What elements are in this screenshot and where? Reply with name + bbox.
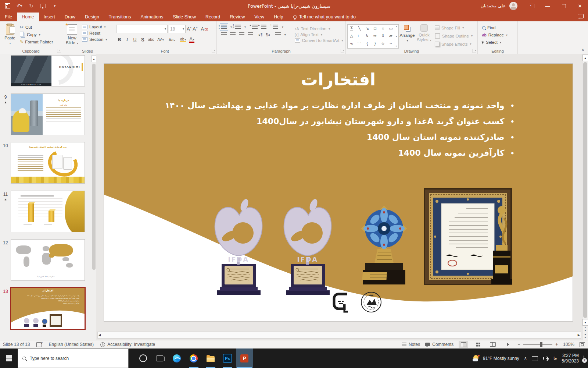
convert-to-smartart-button[interactable]: Convert to SmartArt▾ (295, 38, 343, 43)
taskbar-search-input[interactable]: Type here to search (18, 348, 129, 368)
replace-button[interactable]: abReplace▾ (482, 33, 514, 37)
tab-design[interactable]: Design (80, 13, 104, 21)
close-button[interactable]: ✕ (572, 0, 588, 12)
thumbnail-slide-11[interactable] (11, 191, 85, 232)
tab-draw[interactable]: Draw (60, 13, 80, 21)
highlight-color-button[interactable]: ab▾ (180, 37, 186, 42)
start-slideshow-icon[interactable] (40, 3, 46, 9)
format-painter-button[interactable]: ✎Format Painter (20, 39, 53, 44)
drawing-dialog-launcher[interactable] (473, 49, 476, 53)
slide-bullet-list[interactable]: واحد نمونه و منتخب استان از طرف اداره نظ… (165, 100, 514, 163)
tab-record[interactable]: Record (201, 13, 225, 21)
volume-icon[interactable] (543, 356, 549, 361)
font-size-combo[interactable]: 18▾ (169, 25, 186, 33)
start-button[interactable] (0, 348, 18, 368)
undo-icon[interactable]: ↶▾ (16, 3, 23, 9)
previous-slide-icon[interactable]: ⏶⏶ (583, 326, 588, 332)
notes-button[interactable]: Notes (402, 342, 420, 347)
ribbon-display-options-button[interactable] (523, 0, 539, 12)
cut-button[interactable]: ✂Cut (20, 25, 53, 30)
scrollbar-thumb[interactable] (583, 62, 587, 318)
zoom-in-icon[interactable]: + (555, 342, 558, 347)
cortana-button[interactable] (135, 348, 151, 368)
change-case-button[interactable]: Aa▾ (169, 38, 175, 42)
avatar[interactable] (509, 2, 517, 10)
underline-button[interactable]: U (133, 37, 137, 42)
language-indicator[interactable]: English (United States) (49, 342, 94, 347)
tab-help[interactable]: Help (269, 13, 288, 21)
justify-button[interactable] (248, 32, 253, 37)
bullet-item[interactable]: صادرکننده نمونه استان سال 1400 (165, 131, 514, 144)
slide-show-button[interactable] (503, 341, 512, 348)
slide-13-editing-surface[interactable]: افتخارات واحد نمونه و منتخب استان از طرف… (104, 64, 573, 321)
align-left-button[interactable] (221, 32, 227, 37)
thumbnail-slide-13-selected[interactable]: افتخارات واحد نمونه و منتخب استان از طرف… (11, 288, 85, 329)
tab-review[interactable]: Review (225, 13, 250, 21)
increase-indent-button[interactable]: ▸ (261, 25, 266, 29)
paragraph-dialog-launcher[interactable] (341, 49, 344, 53)
font-name-combo[interactable]: ▾ (116, 25, 168, 33)
arrange-button[interactable]: Arrange▾ (399, 22, 416, 49)
bold-button[interactable]: B (117, 37, 122, 42)
tab-insert[interactable]: Insert (39, 13, 60, 21)
bullets-button[interactable]: ••• (221, 25, 227, 29)
reading-view-button[interactable] (488, 341, 498, 348)
bullet-item[interactable]: کسب عنوان گرید Aغذا و دارو شهرستان نیشاب… (165, 116, 514, 128)
thumbnail-slide-12[interactable]: صادرات به 33 کشور دنیا (11, 240, 85, 280)
redo-icon[interactable]: ↻ (28, 3, 35, 9)
accessibility-status[interactable]: Accessibility: Investigate (100, 342, 155, 347)
italic-button[interactable]: I (125, 37, 129, 42)
decrease-indent-button[interactable]: ◂ (252, 25, 258, 29)
tab-animations[interactable]: Animations (136, 13, 168, 21)
shapes-scroll[interactable]: ▲▼≡ (394, 25, 398, 48)
keyboard-language-indicator[interactable]: فا (553, 356, 557, 361)
tab-transitions[interactable]: Transitions (104, 13, 136, 21)
customize-qat-icon[interactable]: ▾ (51, 3, 58, 9)
find-button[interactable]: Find (482, 25, 514, 30)
restore-button[interactable] (556, 0, 572, 12)
shape-outline-button[interactable]: Shape Outline▾ (435, 33, 473, 39)
scroll-up-icon[interactable]: ▲ (582, 54, 588, 61)
tray-expand-icon[interactable]: ∧ (524, 356, 527, 361)
zoom-slider-thumb[interactable] (540, 342, 542, 347)
character-spacing-button[interactable]: AV▾ (157, 38, 164, 42)
tell-me-box[interactable]: Tell me what you want to do (293, 14, 356, 21)
align-right-button[interactable] (239, 32, 244, 37)
file-explorer-button[interactable] (202, 348, 219, 368)
edge-button[interactable] (168, 348, 185, 368)
increase-font-size-button[interactable]: A˄ (187, 26, 191, 32)
scroll-right-icon[interactable]: ▶ (578, 333, 580, 337)
next-slide-icon[interactable]: ⏷⏷ (583, 333, 588, 339)
select-button[interactable]: Select▾ (482, 40, 514, 45)
bullet-item[interactable]: واحد نمونه و منتخب استان از طرف اداره نظ… (165, 100, 514, 112)
comments-bubble-icon[interactable] (578, 14, 584, 20)
scroll-down-icon[interactable]: ▼ (582, 319, 588, 326)
slide-title[interactable]: افتخارات (104, 70, 573, 89)
slide-sorter-view-button[interactable] (473, 341, 483, 348)
scroll-left-icon[interactable]: ◀ (98, 333, 101, 337)
save-icon[interactable] (4, 3, 11, 9)
zoom-slider[interactable]: − + (517, 342, 558, 347)
numbering-button[interactable]: 12 (235, 25, 241, 29)
columns-button[interactable] (275, 32, 281, 37)
reset-button[interactable]: Reset (82, 31, 107, 35)
collapse-ribbon-icon[interactable]: ∧ (581, 47, 584, 52)
new-slide-button[interactable]: New Slide ▾ (64, 22, 80, 46)
network-icon[interactable] (532, 356, 538, 361)
font-dialog-launcher[interactable] (212, 49, 215, 53)
tab-home[interactable]: Home (17, 13, 39, 21)
taskbar-clock[interactable]: 3:27 PM5/9/2023 (562, 353, 579, 364)
quick-styles-button[interactable]: Quick Styles ▾ (416, 22, 433, 49)
account-name[interactable]: علی محمدیان (481, 3, 506, 8)
rtl-direction-button[interactable]: ¶◂ (266, 33, 269, 37)
spell-check-icon[interactable] (36, 342, 42, 347)
tab-slide-show[interactable]: Slide Show (168, 13, 201, 21)
fit-slide-to-window-icon[interactable] (580, 342, 585, 347)
ltr-direction-button[interactable]: ▸¶ (259, 33, 262, 37)
line-spacing-button[interactable]: ↕ (273, 25, 278, 29)
align-center-button[interactable] (230, 32, 236, 37)
clipboard-dialog-launcher[interactable] (57, 49, 61, 53)
paste-button[interactable]: Paste▾ (1, 22, 18, 46)
task-view-button[interactable] (151, 348, 168, 368)
powerpoint-button[interactable]: P (236, 348, 253, 368)
